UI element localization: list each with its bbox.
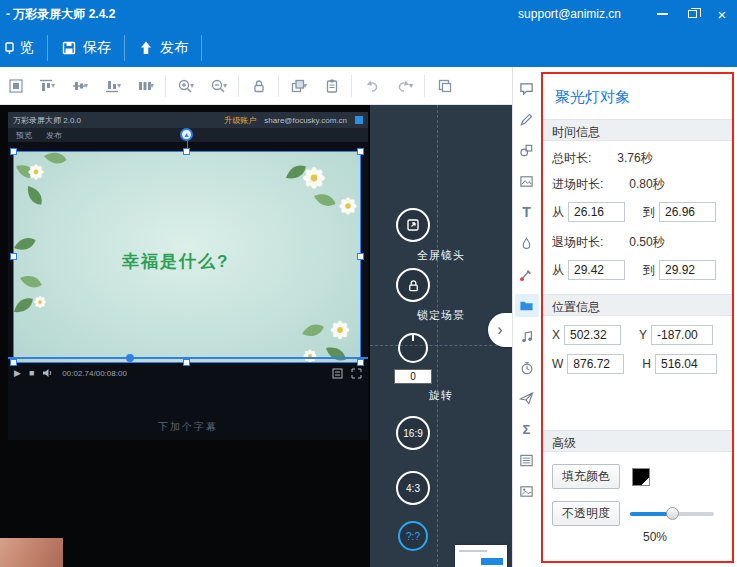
entrance-to-label: 到 <box>643 204 655 221</box>
volume-icon[interactable] <box>42 368 54 378</box>
music-icon[interactable] <box>515 325 539 348</box>
exit-duration-value: 0.50秒 <box>629 234 664 251</box>
preview-button[interactable]: 览 <box>0 28 47 67</box>
entrance-from-input[interactable] <box>568 202 625 222</box>
shapes-icon[interactable] <box>515 139 539 162</box>
object-type-sidebar: T Σ <box>512 67 540 567</box>
ribbon-toolbar: 览 保存 发布 <box>0 28 737 67</box>
advanced-header: 高级 <box>543 430 732 452</box>
restore-icon <box>688 10 697 18</box>
seekbar-thumb[interactable] <box>126 354 134 362</box>
rotate-handle[interactable]: ▲ <box>180 128 193 141</box>
spotlight-object[interactable]: 幸福是什么? <box>14 152 360 362</box>
rotate-value-input[interactable] <box>394 369 432 384</box>
time-info-header: 时间信息 <box>543 119 732 141</box>
slide-caption: 幸福是什么? <box>122 250 229 273</box>
h-input[interactable] <box>655 354 717 374</box>
resize-handle-w[interactable] <box>10 253 17 260</box>
exit-to-input[interactable] <box>659 260 716 280</box>
opacity-button[interactable]: 不透明度 <box>552 501 620 526</box>
resize-handle-n[interactable] <box>183 148 190 155</box>
fullscreen-lens-button[interactable] <box>396 208 430 242</box>
resize-handle-ne[interactable] <box>357 148 364 155</box>
publish-icon <box>138 40 154 56</box>
formula-icon[interactable]: Σ <box>515 418 539 441</box>
editing-canvas[interactable]: 万彩录屏大师 2.0.0 升级账户 share@focusky.com.cn 预… <box>0 105 370 567</box>
frame-icon[interactable] <box>515 170 539 193</box>
brush-icon[interactable] <box>515 263 539 286</box>
zoom-in-icon[interactable]: ▾ <box>169 71 202 101</box>
rotate-dial[interactable] <box>398 333 428 363</box>
plane-icon[interactable] <box>515 387 539 410</box>
spotlight-properties: 聚光灯对象 时间信息 总时长: 3.76秒 进场时长: 0.80秒 从 到 退场… <box>541 72 734 563</box>
opacity-slider-knob[interactable] <box>666 507 679 520</box>
zoom-out-icon[interactable]: ▾ <box>202 71 235 101</box>
y-input[interactable] <box>651 325 713 345</box>
entrance-duration-value: 0.80秒 <box>629 176 664 193</box>
redo-icon[interactable]: ▾ <box>388 71 421 101</box>
total-duration-label: 总时长: <box>552 150 591 167</box>
opacity-percent: 50% <box>543 526 732 544</box>
video-seekbar[interactable] <box>8 357 368 359</box>
preview-app-title: 万彩录屏大师 2.0.0 <box>13 115 81 126</box>
minimize-button[interactable] <box>647 0 677 28</box>
horizontal-guide <box>370 345 512 346</box>
fullscreen-lens-icon <box>405 217 421 233</box>
fill-color-swatch[interactable] <box>632 468 650 486</box>
publish-button[interactable]: 发布 <box>125 28 201 67</box>
text-icon[interactable]: T <box>515 201 539 224</box>
droplet-icon[interactable] <box>515 232 539 255</box>
ratio-custom-button[interactable]: ?:? <box>398 521 428 551</box>
x-input[interactable] <box>564 325 621 345</box>
align-middle-icon[interactable]: ▾ <box>63 71 96 101</box>
entrance-duration-label: 进场时长: <box>552 176 603 193</box>
resize-handle-nw[interactable] <box>10 148 17 155</box>
close-button[interactable]: × <box>707 0 737 28</box>
playback-controls: ▶ ■ 00:02.74/00:08:00 <box>8 364 368 382</box>
webcam-thumbnail[interactable] <box>0 538 63 567</box>
play-icon[interactable]: ▶ <box>14 368 21 378</box>
properties-panel: 聚光灯对象 时间信息 总时长: 3.76秒 进场时长: 0.80秒 从 到 退场… <box>540 67 737 567</box>
arrange-order-icon[interactable]: ▾ <box>282 71 315 101</box>
clipboard-icon[interactable] <box>315 71 348 101</box>
distribute-icon[interactable]: ▾ <box>129 71 162 101</box>
w-label: W <box>552 357 563 371</box>
opacity-slider[interactable] <box>630 507 714 521</box>
list-icon[interactable] <box>515 449 539 472</box>
exit-duration-label: 退场时长: <box>552 234 603 251</box>
exit-from-label: 从 <box>552 262 564 279</box>
y-label: Y <box>639 328 647 342</box>
support-email[interactable]: support@animiz.cn <box>518 7 621 21</box>
align-top-icon[interactable]: ▾ <box>30 71 63 101</box>
subtitle-hint[interactable]: 下加个字幕 <box>8 420 368 434</box>
minimize-icon <box>657 13 668 15</box>
lock-scene-button[interactable] <box>396 268 430 302</box>
resize-handle-e[interactable] <box>357 253 364 260</box>
align-canvas-icon[interactable] <box>2 71 30 101</box>
fullscreen-icon[interactable] <box>351 368 362 379</box>
folder-icon[interactable] <box>515 294 539 317</box>
layers-icon[interactable] <box>428 71 461 101</box>
photo-icon[interactable] <box>515 480 539 503</box>
restore-button[interactable] <box>677 0 707 28</box>
preview-upgrade-link: 升级账户 <box>224 115 256 126</box>
settings-icon[interactable] <box>332 368 343 379</box>
lock-icon[interactable] <box>242 71 275 101</box>
callout-icon[interactable] <box>515 77 539 100</box>
position-info-header: 位置信息 <box>543 294 732 316</box>
align-bottom-icon[interactable]: ▾ <box>96 71 129 101</box>
exit-from-input[interactable] <box>568 260 625 280</box>
entrance-to-input[interactable] <box>659 202 716 222</box>
preview-menu-publish: 发布 <box>46 130 62 141</box>
fill-color-button[interactable]: 填充颜色 <box>552 464 620 489</box>
w-input[interactable] <box>567 354 624 374</box>
stop-icon[interactable]: ■ <box>29 368 34 378</box>
ratio-16-9-button[interactable]: 16:9 <box>396 416 430 450</box>
ratio-4-3-button[interactable]: 4:3 <box>396 471 430 505</box>
lock-scene-icon <box>406 278 421 293</box>
timer-icon[interactable] <box>515 356 539 379</box>
undo-icon[interactable] <box>355 71 388 101</box>
save-button[interactable]: 保存 <box>48 28 124 67</box>
pencil-icon[interactable] <box>515 108 539 131</box>
x-label: X <box>552 328 560 342</box>
